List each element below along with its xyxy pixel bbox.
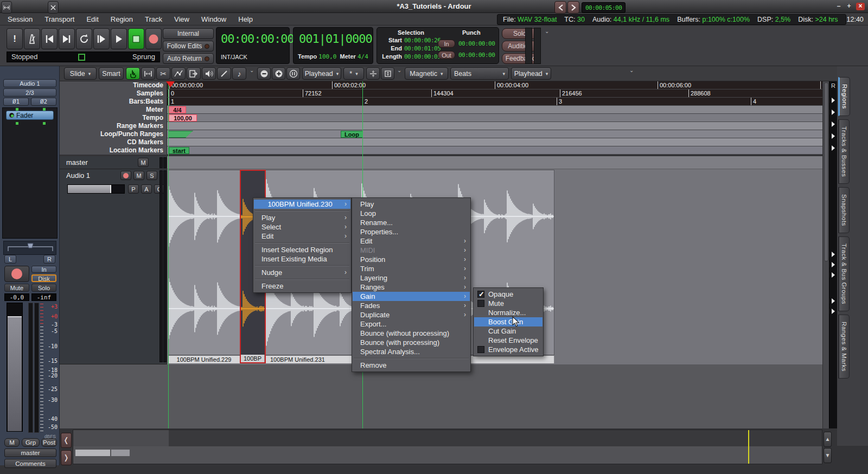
menu-item[interactable]: Loop›	[353, 209, 470, 218]
tool-draw-button[interactable]	[217, 67, 231, 80]
processor-box[interactable]: Fader	[2, 107, 58, 239]
nudge-back-button[interactable]	[554, 1, 566, 14]
ruler-range-markers[interactable]	[167, 122, 829, 130]
punch-in-button[interactable]: In	[438, 40, 455, 48]
ruler-label[interactable]: Samples	[60, 89, 167, 98]
menu-item[interactable]: Boost Gain	[474, 317, 542, 326]
menu-item[interactable]: Duplicate›	[353, 310, 470, 319]
start-marker[interactable]: start	[169, 147, 189, 154]
zoom-out-button[interactable]	[257, 67, 271, 80]
menu-item-remove[interactable]: Remove›	[353, 361, 470, 370]
metronome-button[interactable]	[24, 28, 40, 49]
summary-down-button[interactable]: ▼	[824, 448, 832, 463]
ruler-tempo[interactable]	[167, 114, 829, 122]
expand-arrow-icon[interactable]	[832, 133, 835, 139]
audio1-track-header[interactable]: Audio 1 M S P A G	[60, 169, 167, 364]
tab-track-bus-groups[interactable]: Track & Bus Groups	[838, 236, 850, 311]
expand-arrow-icon[interactable]	[832, 272, 835, 278]
zoom-expand-icon[interactable]: ⌄	[397, 67, 401, 73]
pan-right-button[interactable]: R	[43, 255, 55, 264]
menu-item[interactable]: Play›	[353, 200, 470, 209]
loop-marker[interactable]: Loop	[341, 131, 363, 138]
ruler-label[interactable]: Tempo	[60, 114, 167, 122]
ruler-label[interactable]: Loop/Punch Ranges	[60, 130, 167, 138]
master-lane[interactable]	[167, 156, 829, 169]
tools-expand-icon[interactable]: ⌄	[250, 67, 254, 73]
expand-arrow-icon[interactable]	[832, 110, 835, 115]
master-track-name[interactable]: master	[66, 158, 88, 166]
strip-mute-button[interactable]: Mute	[4, 284, 29, 292]
tab-regions[interactable]: Regions	[838, 77, 850, 116]
group-button[interactable]: Grp	[22, 438, 40, 447]
summary-scroll-left-button[interactable]: ❬	[61, 433, 72, 448]
primary-clock[interactable]: 00:00:00:00 INT/JACK	[216, 27, 290, 64]
expand-tracks-button[interactable]	[381, 67, 394, 80]
menu-item[interactable]: Position›	[353, 255, 470, 264]
go-to-start-button[interactable]	[41, 28, 58, 49]
loop-button[interactable]	[76, 28, 92, 49]
tool-range-button[interactable]	[141, 67, 155, 80]
nudge-clock[interactable]: 00:00:05:00	[582, 2, 626, 13]
close-button[interactable]: ×	[856, 3, 865, 10]
menu-item[interactable]: Rename...›	[353, 218, 470, 227]
play-range-button[interactable]	[93, 28, 110, 49]
tab-ranges-marks[interactable]: Ranges & Marks	[838, 315, 850, 379]
menu-item[interactable]: Fades›	[353, 301, 470, 310]
fit-tracks-button[interactable]	[366, 67, 380, 80]
scrollbar-handle[interactable]	[824, 82, 828, 261]
ruler-location-markers[interactable]	[167, 146, 829, 155]
audio1-track-name[interactable]: Audio 1	[66, 171, 90, 180]
tool-cut-button[interactable]: ✂	[156, 67, 170, 80]
punch-out-button[interactable]: Out	[438, 51, 455, 59]
expand-arrow-icon[interactable]	[832, 309, 835, 314]
audio1-playlist-button[interactable]: P	[128, 184, 139, 194]
menu-session[interactable]: Session	[8, 15, 33, 23]
output-button[interactable]: master	[4, 449, 56, 457]
menu-item[interactable]: Insert Existing Media›	[254, 254, 350, 264]
smart-mode-button[interactable]: Smart	[99, 67, 124, 80]
menu-region[interactable]: Region	[111, 15, 133, 23]
expand-arrow-icon[interactable]	[832, 262, 835, 267]
ruler-label[interactable]: Meter	[60, 106, 167, 114]
ruler-label[interactable]: Timecode	[60, 81, 167, 89]
menu-item[interactable]: Gain›	[353, 292, 470, 301]
nudge-forward-button[interactable]	[567, 1, 579, 14]
follow-edits-button[interactable]: Follow Edits	[163, 41, 214, 52]
nudge-expand-icon[interactable]: ⌄	[629, 67, 634, 73]
summary-scroll-right-button[interactable]: ❭	[61, 450, 72, 465]
audition-button[interactable]: Audition	[502, 41, 538, 52]
sync-internal-button[interactable]: Internal	[163, 28, 214, 39]
region-name-229[interactable]: 100BPM Unified.229	[168, 356, 240, 363]
expand-arrow-icon[interactable]	[832, 298, 835, 304]
meter-marker[interactable]: 4/4	[169, 106, 186, 113]
strip-solo-button[interactable]: Solo	[31, 284, 56, 292]
tempo-marker[interactable]: 100,00	[169, 114, 197, 121]
master-mute-button[interactable]: M	[138, 158, 149, 167]
strip-close-button[interactable]	[48, 1, 59, 14]
play-button[interactable]	[111, 28, 127, 49]
transport-expand-icon[interactable]: ⌄	[545, 28, 549, 34]
record-button[interactable]	[145, 28, 162, 49]
tool-note-button[interactable]: ♪	[232, 67, 246, 80]
edit-mode-dropdown[interactable]: Slide	[64, 67, 97, 80]
menu-item[interactable]: Select›	[254, 222, 350, 232]
post-button[interactable]: Post	[41, 438, 57, 447]
menu-item[interactable]: Freeze›	[254, 281, 350, 291]
menu-item-region-name[interactable]: 100BPM Unified.230›	[254, 200, 350, 209]
ruler-cd-markers[interactable]	[167, 138, 829, 146]
auto-return-button[interactable]: Auto Return	[163, 53, 214, 64]
zoom-fit-button[interactable]	[286, 67, 300, 80]
strip-track-name-button[interactable]: Audio 1	[3, 79, 56, 87]
expand-arrow-icon[interactable]	[832, 121, 835, 127]
menu-item[interactable]: Insert Selected Region›	[254, 245, 350, 254]
ruler-label[interactable]: Bars:Beats	[60, 98, 167, 106]
minimize-button[interactable]: –	[834, 3, 843, 10]
maximize-button[interactable]: +	[845, 3, 853, 10]
strip-io-button[interactable]: 2/3	[3, 88, 56, 97]
menu-item[interactable]: MIDI›	[353, 246, 470, 255]
menu-item[interactable]: Mute	[474, 299, 542, 308]
metering-point-button[interactable]: M	[4, 438, 20, 447]
zoom-focus-dropdown[interactable]: Playhead	[302, 67, 341, 80]
zoom-in-button[interactable]	[272, 67, 285, 80]
monitor-input-button[interactable]: In	[31, 266, 56, 273]
